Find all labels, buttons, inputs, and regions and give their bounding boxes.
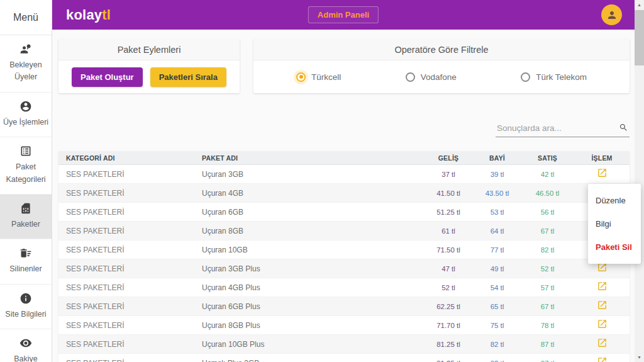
radio-vodafone[interactable]: Vodafone [406,72,457,82]
site-info-icon [19,292,32,305]
sidebar-item-label: Paket Kategorileri [3,161,49,186]
table-row: SES PAKETLERİ Uçuran 10GB 71.50 tl 77 tl… [58,240,630,259]
cell-satis-price: 82 tl [521,246,574,254]
cell-gelis-price: 41.50 tl [423,189,474,197]
packages-table: KATEGORİ ADI PAKET ADI GELİŞ BAYİ SATIŞ … [58,151,630,362]
menu-item-bilgi[interactable]: Bilgi [588,212,641,235]
vertical-scrollbar[interactable]: ▲ ▼ [635,0,644,362]
top-bar: kolaytl Admin Paneli [52,0,635,30]
col-bayi: BAYİ [474,154,521,162]
row-actions-button[interactable] [597,356,608,362]
sidebar: Menü Bekleyen Üyeler Üye İşlemleri Paket… [0,0,52,362]
menu-item-duzenle[interactable]: Düzenle [588,189,641,212]
cell-package-name: Uçuran 10GB [202,246,423,254]
cell-category: SES PAKETLERİ [58,227,202,235]
menu-item-paketi-sil[interactable]: Paketi Sil [588,235,641,259]
cell-category: SES PAKETLERİ [58,170,202,179]
sidebar-item-site-bilgileri[interactable]: Site Bilgileri [0,285,52,329]
cell-satis-price: 97 tl [521,359,574,362]
table-row: SES PAKETLERİ Uçuran 6GB 51.25 tl 53 tl … [58,203,630,222]
package-categories-icon [19,145,32,157]
scroll-down-arrow-icon[interactable]: ▼ [635,353,644,362]
sidebar-item-label: Üye İşlemleri [3,116,49,128]
table-row: SES PAKETLERİ Uçuran 6GB Plus 62.25 tl 6… [58,297,630,316]
radio-turk-telekom[interactable]: Türk Telekom [521,72,587,82]
table-row: SES PAKETLERİ Uçuran 8GB 61 tl 64 tl 67 … [58,222,630,240]
sidebar-item-label: Bakiye Kontrol [3,353,49,362]
cell-gelis-price: 81.25 tl [423,341,474,348]
row-actions-button[interactable] [597,319,608,329]
cell-bayi-price: 65 tl [474,303,521,310]
cell-satis-price: 87 tl [521,341,574,348]
cell-category: SES PAKETLERİ [58,340,202,349]
table-row: SES PAKETLERİ Uçuran 3GB Plus 47 tl 49 t… [58,259,630,278]
table-row: SES PAKETLERİ Uçuran 4GB Plus 52 tl 54 t… [58,278,630,297]
deleted-items-icon [19,247,32,259]
radio-turkcell[interactable]: Türkcell [296,72,341,82]
sidebar-item-bekleyen-uyeler[interactable]: Bekleyen Üyeler [0,35,52,93]
cell-bayi-price: 49 tl [474,265,521,273]
cell-category: SES PAKETLERİ [58,359,202,362]
sidebar-item-bakiye-kontrol[interactable]: Bakiye Kontrol [0,329,52,362]
operator-filter-card: Operatöre Göre Filtrele Türkcell Vodafon… [253,39,630,93]
sidebar-item-paket-kategorileri[interactable]: Paket Kategorileri [0,137,52,195]
cell-package-name: Uçuran 6GB Plus [202,302,423,311]
edit-open-icon [597,300,608,310]
cell-package-name: Uçuran 6GB [202,208,423,217]
sort-packages-button[interactable]: Paketleri Sırala [150,67,226,87]
edit-open-icon [597,167,608,178]
edit-open-icon [597,319,608,329]
sidebar-item-paketler[interactable]: Paketler [0,195,52,239]
col-satis: SATIŞ [521,154,574,162]
cell-category: SES PAKETLERİ [58,283,202,292]
row-actions-button[interactable] [597,300,608,310]
app-logo[interactable]: kolaytl [66,7,111,23]
user-avatar-button[interactable] [601,4,622,25]
cell-package-name: Uçuran 3GB Plus [202,264,423,273]
cell-gelis-price: 71.50 tl [423,246,474,254]
main-content: Paket Eylemleri Paket Oluştur Paketleri … [52,30,635,362]
sidebar-item-label: Site Bilgileri [3,308,49,320]
app-root: Menü Bekleyen Üyeler Üye İşlemleri Paket… [0,0,644,362]
sidebar-item-label: Silinenler [3,263,49,275]
table-row: SES PAKETLERİ Uçuran 8GB Plus 71.70 tl 7… [58,316,630,335]
radio-label: Türk Telekom [536,72,587,82]
radio-dot-icon [406,72,415,82]
search-input[interactable] [497,123,614,133]
scrollbar-thumb[interactable] [635,10,644,65]
menu-label: Menü [13,12,38,23]
cell-category: SES PAKETLERİ [58,302,202,311]
row-actions-button[interactable] [597,281,608,291]
cell-satis-price: 67 tl [521,227,574,235]
cell-gelis-price: 37 tl [423,171,474,178]
menu-toggle[interactable]: Menü [0,0,52,35]
cell-bayi-price: 77 tl [474,246,521,254]
radio-label: Türkcell [311,72,341,82]
cell-gelis-price: 51.25 tl [423,208,474,216]
create-package-button[interactable]: Paket Oluştur [72,67,143,87]
admin-panel-button[interactable]: Admin Paneli [308,6,379,23]
row-context-menu: Düzenle Bilgi Paketi Sil [588,184,641,264]
cell-category: SES PAKETLERİ [58,246,202,254]
cell-gelis-price: 52 tl [423,284,474,291]
row-actions-button[interactable] [597,167,608,178]
sidebar-item-uye-islemleri[interactable]: Üye İşlemleri [0,93,52,137]
search-icon[interactable] [619,123,628,132]
table-row: SES PAKETLERİ Uçuran 10GB Plus 81.25 tl … [58,335,630,354]
table-row: SES PAKETLERİ Uçuran 4GB 41.50 tl 43.50 … [58,184,630,203]
radio-label: Vodafone [421,72,457,82]
cell-package-name: Uçuran 8GB [202,227,423,235]
cell-satis-price: 42 tl [521,171,574,178]
row-actions-button[interactable] [597,337,608,348]
cell-bayi-price: 64 tl [474,227,521,235]
sidebar-item-silinenler[interactable]: Silinenler [0,239,52,284]
edit-open-icon [597,281,608,291]
cell-package-name: Uçuran 4GB [202,189,423,198]
radio-dot-icon [521,72,530,82]
radio-dot-icon [296,72,306,82]
col-islem: İŞLEM [574,154,630,162]
table-row: SES PAKETLERİ Uçuran 3GB 37 tl 39 tl 42 … [58,165,630,184]
cell-package-name: Uçmalı Plus 3GB [202,359,423,362]
cell-satis-price: 56 tl [521,208,574,216]
scroll-up-arrow-icon[interactable]: ▲ [635,0,644,9]
